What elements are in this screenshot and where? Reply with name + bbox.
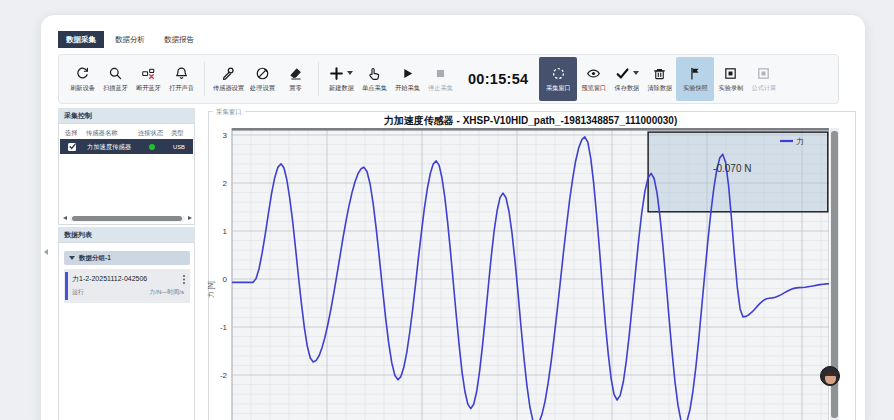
bluetooth-disconnect-icon	[141, 66, 156, 81]
plus-icon	[329, 66, 344, 81]
dropdown-caret-icon[interactable]	[633, 71, 639, 75]
eye-icon	[586, 66, 601, 81]
collect-window-button[interactable]: 采集窗口	[539, 57, 577, 101]
data-list-header: 数据列表	[58, 227, 195, 242]
toolbar: 刷新设备 扫描蓝牙 断开蓝牙 打开声音 传感器设置 处理设置 置零 新建数据 单…	[58, 54, 839, 104]
record-icon	[723, 66, 738, 81]
measurement-annotation: -0.070 N	[713, 163, 751, 174]
process-settings-button[interactable]: 处理设置	[246, 57, 279, 101]
sound-toggle-button[interactable]: 打开声音	[165, 57, 198, 101]
hand-point-icon	[367, 66, 382, 81]
trash-icon	[652, 66, 667, 81]
save-data-button[interactable]: 保存数据	[610, 57, 643, 101]
collect-timer: 00:15:54	[468, 71, 528, 87]
column-header-sensor-name: 传感器名称	[86, 129, 117, 138]
sensor-settings-icon	[221, 66, 236, 81]
preview-window-button[interactable]: 预览窗口	[577, 57, 610, 101]
assistant-avatar[interactable]	[820, 366, 840, 386]
toolbar-separator	[204, 62, 205, 96]
item-accent-bar	[65, 272, 68, 300]
data-item-status: 运行	[72, 288, 84, 297]
tab-data-analysis[interactable]: 数据分析	[107, 31, 153, 48]
y-tick-label: -1	[220, 323, 228, 332]
experiment-snapshot-button[interactable]: 实验快照	[676, 57, 714, 101]
zero-button[interactable]: 置零	[279, 57, 312, 101]
column-header-type: 类型	[171, 129, 184, 138]
tab-data-report[interactable]: 数据报告	[156, 31, 202, 48]
disconnect-bluetooth-button[interactable]: 断开蓝牙	[132, 57, 165, 101]
y-tick-label: 0	[223, 275, 228, 284]
check-icon	[615, 66, 630, 81]
refresh-icon	[75, 66, 90, 81]
scan-bluetooth-button[interactable]: 扫描蓝牙	[99, 57, 132, 101]
avatar-face-icon	[825, 372, 836, 384]
stop-icon	[433, 66, 448, 81]
chart-panel: 采集窗口 力加速度传感器 - XHSP-V10HID_path_-1981348…	[196, 104, 860, 420]
column-header-connect-status: 连接状态	[138, 129, 163, 138]
scroll-left-arrow-icon[interactable]	[63, 216, 67, 220]
kebab-menu-icon[interactable]	[183, 275, 185, 277]
formula-calc-button[interactable]: 公式计算	[747, 57, 780, 101]
sensor-table-horizontal-scrollbar[interactable]	[63, 215, 192, 222]
sensor-status-dot	[149, 144, 155, 150]
sensor-table: 选择 传感器名称 连接状态 类型 力加速度传感器 USB	[58, 123, 195, 225]
sensor-type: USB	[173, 144, 185, 150]
compass-icon	[255, 66, 270, 81]
data-item-axes: 力/N—时间/s	[149, 288, 184, 297]
sensor-name: 力加速度传感器	[87, 143, 131, 152]
y-tick-label: 1	[223, 227, 228, 236]
y-tick-label: 3	[223, 131, 228, 140]
clear-data-button[interactable]: 清除数据	[643, 57, 676, 101]
toolbar-separator	[318, 62, 319, 96]
start-collect-button[interactable]: 开始采集	[391, 57, 424, 101]
search-icon	[108, 66, 123, 81]
sensor-checkbox[interactable]	[68, 143, 76, 151]
data-item-title: 力1-2-20251112-042506	[72, 274, 147, 284]
play-icon	[400, 66, 415, 81]
y-tick-label: -2	[220, 371, 228, 380]
sensor-row[interactable]: 力加速度传感器 USB	[60, 139, 193, 154]
formula-icon	[756, 66, 771, 81]
sidebar-collapse-arrow-icon[interactable]	[44, 249, 48, 255]
collect-control-header: 采集控制	[58, 108, 195, 123]
new-data-button[interactable]: 新建数据	[325, 57, 358, 101]
page: { "window": { "tabs": [ { "label": "数据采集…	[0, 0, 894, 420]
column-header-select: 选择	[65, 129, 78, 138]
stop-collect-button[interactable]: 停止采集	[424, 57, 457, 101]
data-list-panel: 数据分组-1 力1-2-20251112-042506 运行 力/N—时间/s	[58, 242, 195, 420]
data-group-row[interactable]: 数据分组-1	[64, 251, 190, 265]
chart-title: 力加速度传感器 - XHSP-V10HID_path_-1981348857_1…	[232, 114, 829, 128]
eraser-icon	[288, 66, 303, 81]
experiment-record-button[interactable]: 实验录制	[714, 57, 747, 101]
scrollbar-thumb[interactable]	[72, 216, 182, 221]
y-tick-label: 2	[223, 179, 228, 188]
scroll-right-arrow-icon[interactable]	[188, 216, 192, 220]
bell-icon	[174, 66, 189, 81]
main-tabs: 数据采集 数据分析 数据报告	[58, 31, 202, 48]
refresh-device-button[interactable]: 刷新设备	[66, 57, 99, 101]
dashed-circle-icon	[551, 66, 566, 81]
single-point-collect-button[interactable]: 单点采集	[358, 57, 391, 101]
expander-caret-icon[interactable]	[69, 256, 75, 260]
dropdown-caret-icon[interactable]	[347, 71, 353, 75]
data-item[interactable]: 力1-2-20251112-042506 运行 力/N—时间/s	[64, 269, 190, 303]
legend-label: 力	[796, 137, 804, 146]
sensor-settings-button[interactable]: 传感器设置	[211, 57, 246, 101]
tab-data-collect[interactable]: 数据采集	[58, 31, 104, 48]
flag-icon	[688, 66, 703, 81]
plot-svg[interactable]: 3210-1-2-0.070 N力	[206, 128, 829, 420]
